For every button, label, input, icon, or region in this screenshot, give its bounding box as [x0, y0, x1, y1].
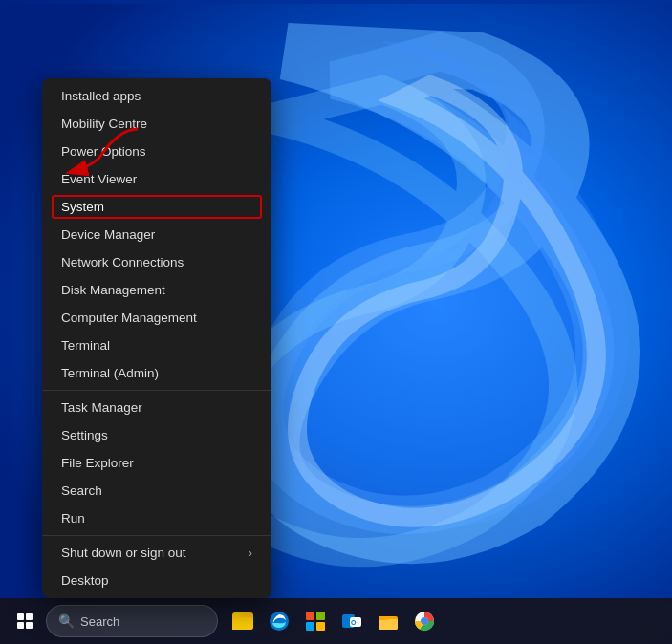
menu-item-settings[interactable]: Settings — [42, 421, 271, 449]
menu-item-network-connections[interactable]: Network Connections — [42, 248, 271, 276]
svg-rect-6 — [316, 622, 325, 631]
search-icon: 🔍 — [58, 613, 75, 629]
svg-text:O: O — [351, 619, 357, 626]
menu-item-search[interactable]: Search — [42, 477, 271, 504]
taskbar-search-box[interactable]: 🔍 Search — [46, 605, 218, 637]
menu-item-mobility-centre[interactable]: Mobility Centre — [42, 110, 271, 138]
svg-rect-11 — [379, 619, 398, 630]
menu-item-label-device-manager: Device Manager — [61, 227, 155, 242]
menu-item-label-settings: Settings — [61, 428, 108, 442]
taskbar-explorer2-icon[interactable] — [371, 604, 405, 638]
menu-item-label-power-options: Power Options — [61, 144, 146, 159]
svg-rect-3 — [306, 612, 314, 620]
submenu-arrow-icon: › — [249, 547, 252, 560]
taskbar-outlook-icon[interactable]: O — [335, 604, 369, 638]
menu-item-power-options[interactable]: Power Options — [42, 138, 271, 165]
menu-item-label-event-viewer: Event Viewer — [61, 172, 137, 186]
menu-item-label-network-connections: Network Connections — [61, 255, 184, 269]
taskbar-app-icons: O — [226, 604, 442, 638]
menu-item-label-computer-management: Computer Management — [61, 311, 197, 325]
svg-point-14 — [421, 617, 428, 625]
taskbar-search-label: Search — [80, 614, 119, 629]
windows-logo-icon — [17, 613, 33, 629]
menu-item-terminal-admin[interactable]: Terminal (Admin) — [42, 359, 271, 387]
menu-item-task-manager[interactable]: Task Manager — [42, 394, 271, 421]
start-button[interactable] — [8, 604, 42, 638]
taskbar: 🔍 Search — [0, 598, 672, 644]
menu-item-label-desktop: Desktop — [61, 573, 109, 588]
menu-item-label-system: System — [61, 200, 104, 214]
menu-item-terminal[interactable]: Terminal — [42, 332, 271, 359]
menu-item-file-explorer[interactable]: File Explorer — [42, 449, 271, 477]
taskbar-chrome-icon[interactable] — [407, 604, 442, 638]
svg-rect-4 — [316, 612, 325, 620]
menu-item-label-run: Run — [61, 511, 85, 526]
svg-rect-12 — [379, 616, 387, 620]
taskbar-file-explorer-icon[interactable] — [226, 604, 260, 638]
menu-item-desktop[interactable]: Desktop — [42, 567, 271, 594]
menu-item-label-file-explorer: File Explorer — [61, 456, 134, 470]
menu-item-label-search: Search — [61, 483, 102, 498]
menu-item-device-manager[interactable]: Device Manager — [42, 221, 271, 248]
menu-item-label-terminal: Terminal — [61, 338, 110, 353]
menu-item-computer-management[interactable]: Computer Management — [42, 304, 271, 332]
desktop: Installed appsMobility CentrePower Optio… — [0, 0, 672, 644]
menu-item-label-shut-down: Shut down or sign out — [61, 546, 186, 560]
context-menu: Installed appsMobility CentrePower Optio… — [42, 78, 271, 598]
menu-separator — [42, 535, 271, 536]
menu-item-label-disk-management: Disk Management — [61, 283, 165, 297]
menu-separator — [42, 390, 271, 391]
menu-item-system[interactable]: System — [42, 193, 271, 221]
svg-rect-5 — [306, 622, 314, 631]
menu-item-shut-down[interactable]: Shut down or sign out› — [42, 539, 271, 567]
menu-item-installed-apps[interactable]: Installed apps — [42, 82, 271, 110]
menu-item-label-installed-apps: Installed apps — [61, 89, 141, 103]
menu-item-label-terminal-admin: Terminal (Admin) — [61, 366, 159, 380]
menu-item-event-viewer[interactable]: Event Viewer — [42, 165, 271, 193]
menu-item-label-task-manager: Task Manager — [61, 400, 142, 415]
menu-item-disk-management[interactable]: Disk Management — [42, 276, 271, 304]
menu-item-label-mobility-centre: Mobility Centre — [61, 117, 147, 131]
menu-item-run[interactable]: Run — [42, 504, 271, 532]
taskbar-store-icon[interactable] — [298, 604, 333, 638]
taskbar-edge-icon[interactable] — [262, 604, 296, 638]
